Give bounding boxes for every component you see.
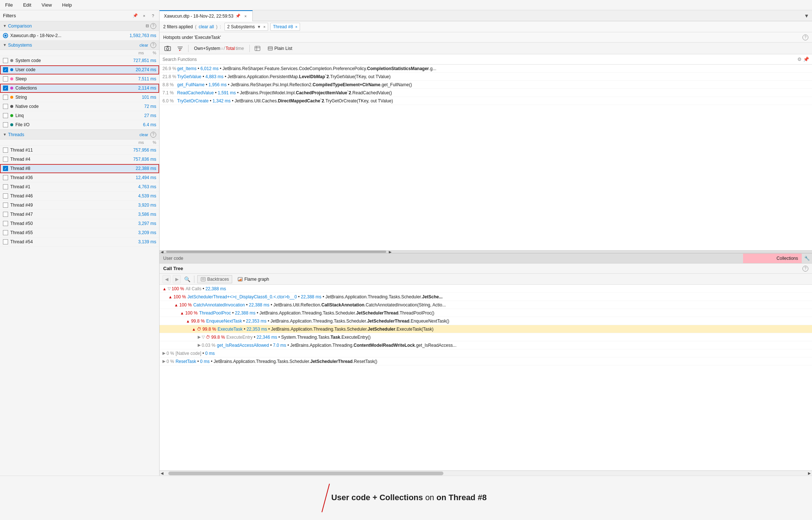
filter-chip-subsystems[interactable]: 2 Subsystems ▼ × [224, 23, 268, 31]
calltree-scroll-thumb[interactable] [168, 472, 443, 475]
comparison-action-icon[interactable]: ⊟ [144, 23, 150, 29]
menu-view[interactable]: View [39, 1, 54, 8]
calltree-help-icon[interactable]: ? [802, 266, 808, 272]
thread-checkbox-4[interactable] [3, 157, 8, 162]
calltree-forward-btn[interactable]: ▶ [173, 275, 181, 283]
toolbar-btn-table[interactable] [253, 44, 262, 53]
filter-clear-all-link[interactable]: clear all [199, 24, 214, 29]
thread-checkbox-11[interactable] [3, 148, 8, 153]
time-view-btn[interactable]: Own+System ↓ / Total time [191, 44, 246, 53]
toolbar-btn-screenshot[interactable] [162, 44, 173, 53]
comparison-chevron[interactable]: ▼ [3, 24, 7, 28]
subsystem-checkbox-string[interactable] [3, 95, 8, 100]
threads-clear-link[interactable]: clear [139, 132, 148, 137]
ct-expand-1[interactable]: ▲ [168, 295, 172, 299]
search-settings-icon[interactable]: ⚙ [797, 57, 802, 62]
calltree-backtraces-btn[interactable]: Backtraces [197, 275, 232, 283]
hotspot-row-4[interactable]: 6.0 % TryGetOrCreate • 1,342 ms • JetBra… [160, 97, 812, 105]
hotspot-row-0[interactable]: 26.9 % get_Items • 6,012 ms • JetBrains.… [160, 65, 812, 73]
calltree-flame-btn[interactable]: Flame graph [234, 275, 272, 283]
thread-checkbox-1[interactable] [3, 184, 8, 189]
threads-help-icon[interactable]: ? [150, 132, 156, 138]
thread-checkbox-54[interactable] [3, 239, 8, 244]
filter-chip-thread-close[interactable]: × [295, 25, 297, 29]
filters-pin-icon[interactable]: 📌 [132, 12, 139, 19]
comparison-help-icon[interactable]: ? [150, 23, 156, 29]
thread-checkbox-49[interactable] [3, 203, 8, 208]
thread-checkbox-47[interactable] [3, 212, 8, 217]
ct-expand-8[interactable]: ▶ [162, 351, 165, 356]
hotspot-row-1[interactable]: 21.8 % TryGetValue • 4,883 ms • JetBrain… [160, 73, 812, 81]
filter-chip-subsystems-remove[interactable]: ▼ [257, 25, 261, 29]
filter-chip-thread[interactable]: Thread #8 × [270, 23, 300, 31]
ct-row-2[interactable]: ▲ 100 % CatchAnnotatedInvocation • 22,38… [160, 301, 812, 309]
ct-row-1[interactable]: ▲ 100 % JetSchedulerThread+<>c_DisplayCl… [160, 293, 812, 301]
ct-expand-0[interactable]: ▲ [162, 287, 167, 291]
ct-row-9[interactable]: ▶ 0 % ResetTask • 0 ms • JetBrains.Appli… [160, 357, 812, 366]
subsystems-clear-link[interactable]: clear [139, 43, 148, 47]
search-input[interactable] [162, 57, 797, 62]
threads-chevron[interactable]: ▼ [3, 132, 7, 137]
filters-close-icon[interactable]: × [141, 12, 147, 19]
subsystem-checkbox-nativecode[interactable] [3, 104, 8, 109]
ct-row-4[interactable]: ▲ 99.8 % EnqueueNextTask • 22,353 ms • J… [160, 317, 812, 325]
menu-edit[interactable]: Edit [21, 1, 33, 8]
hotspot-row-2[interactable]: 8.8 % get_FullName • 1,956 ms • JetBrain… [160, 81, 812, 89]
hotspot-row-3[interactable]: 7.1 % ReadCachedValue • 1,591 ms • JetBr… [160, 89, 812, 97]
calltree-search-btn[interactable]: 🔍 [183, 275, 191, 283]
thread-ms-54: 3,139 ms [127, 239, 156, 244]
ct-expand-9[interactable]: ▶ [162, 359, 165, 364]
menu-file[interactable]: File [3, 1, 15, 8]
ct-expand-6[interactable]: ▶ [198, 335, 201, 339]
menu-help[interactable]: Help [60, 1, 74, 8]
hotspots-help-icon[interactable]: ? [802, 34, 808, 40]
thread-checkbox-50[interactable] [3, 221, 8, 226]
ct-expand-4[interactable]: ▲ [186, 319, 190, 323]
subsystems-chevron[interactable]: ▼ [3, 43, 7, 47]
search-pin-icon[interactable]: 📌 [803, 57, 809, 62]
thread-row-46: Thread #46 4,539 ms [0, 192, 159, 201]
hotspot-scrollbar[interactable]: ◀ ▶ [160, 250, 812, 253]
thread-checkbox-36[interactable] [3, 175, 8, 180]
status-wrench-btn[interactable]: 🔧 [802, 254, 812, 263]
calltree-back-btn[interactable]: ◀ [162, 275, 171, 283]
ct-expand-5[interactable]: ▲ [192, 327, 196, 331]
ct-row-8[interactable]: ▶ 0 % [Native code] • 0 ms [160, 349, 812, 357]
ct-expand-3[interactable]: ▲ [180, 311, 184, 315]
thread-checkbox-46[interactable] [3, 193, 8, 199]
thread-checkbox-55[interactable] [3, 230, 8, 235]
calltree-scroll-right[interactable]: ▶ [807, 471, 812, 476]
subsystem-checkbox-linq[interactable] [3, 113, 8, 118]
hotspot-scroll-thumb[interactable] [166, 251, 386, 253]
ct-row-6[interactable]: ▶ ▽ ⏱ 99.8 % ExecuteEntry • 22,346 ms • … [160, 333, 812, 341]
svg-point-1 [167, 48, 169, 50]
tab-dropdown-arrow[interactable]: ▼ [801, 13, 812, 19]
subsystem-checkbox-collections[interactable]: ✓ [3, 86, 8, 91]
thread-checkbox-8[interactable]: ✓ [3, 166, 8, 171]
ct-row-0[interactable]: ▲ ▽ 100 % All Calls • 22,388 ms [160, 285, 812, 293]
main-tab[interactable]: Xawucun.dtp - 18-Nov-22, 22:59:53 📌 × [160, 10, 253, 21]
right-panel: Xawucun.dtp - 18-Nov-22, 22:59:53 📌 × ▼ … [160, 10, 812, 476]
file-radio-btn[interactable] [3, 33, 8, 38]
filter-chip-subsystems-close[interactable]: × [263, 25, 266, 29]
ct-row-3[interactable]: ▲ 100 % ThreadPoolProc • 22,388 ms • Jet… [160, 309, 812, 317]
subsystem-checkbox-fileio[interactable] [3, 122, 8, 127]
tab-pin-icon[interactable]: 📌 [235, 14, 241, 18]
toolbar-btn-filter[interactable] [175, 44, 185, 53]
subsystem-checkbox-sleep[interactable] [3, 76, 8, 81]
tab-close-btn[interactable]: × [243, 14, 248, 19]
filters-help-icon[interactable]: ? [150, 12, 156, 19]
ct-expand-7[interactable]: ▶ [198, 343, 201, 348]
calltree-bottom-scrollbar[interactable]: ◀ ▶ [160, 470, 812, 476]
ct-row-5[interactable]: ▲ ⏱ 99.8 % ExecuteTask • 22,353 ms • Jet… [160, 325, 812, 333]
ct-collapse-6[interactable]: ▽ [202, 335, 205, 339]
subsystems-help-icon[interactable]: ? [150, 42, 156, 48]
subsystem-checkbox-systemcode[interactable] [3, 58, 8, 63]
calltree-scroll-left[interactable]: ◀ [160, 471, 165, 476]
subsystem-checkbox-usercode[interactable]: ✓ [3, 67, 8, 72]
ct-expand-2[interactable]: ▲ [174, 303, 178, 307]
ct-row-7[interactable]: ▶ 0.03 % get_IsReadAccessAllowed • 7.0 m… [160, 341, 812, 349]
plain-list-btn[interactable]: Plain List [264, 44, 296, 53]
ct-collapse-0[interactable]: ▽ [168, 286, 171, 291]
hotspot-pct-0: 26.9 % [162, 66, 177, 71]
